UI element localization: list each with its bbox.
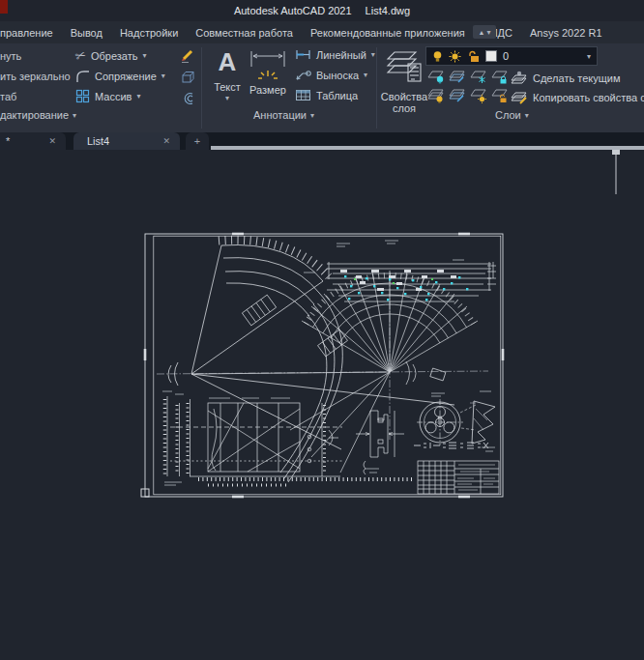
explode-button[interactable] xyxy=(180,70,196,87)
fillet-button[interactable]: Сопряжение ▾ xyxy=(75,69,165,83)
menu-item-nadstroyki[interactable]: Надстройки xyxy=(111,27,187,39)
modify-partial-label-1[interactable]: нуть xyxy=(0,50,21,62)
offset-icon xyxy=(180,91,196,106)
layer-unlock-icon[interactable] xyxy=(491,88,509,103)
layer-properties-button[interactable]: Свойства слоя xyxy=(381,46,427,114)
app-title: Autodesk AutoCAD 2021 xyxy=(234,5,352,16)
menu-item-collab[interactable]: Совместная работа xyxy=(187,27,302,39)
dropdown-arrow-icon: ▾ xyxy=(142,51,146,60)
menu-item-vyvod[interactable]: Вывод xyxy=(62,27,111,39)
layer-isolate-icon[interactable] xyxy=(449,69,466,84)
make-current-icon xyxy=(510,71,528,85)
collapse-icon: ▲ xyxy=(479,29,485,36)
dropdown-arrow-icon: ▾ xyxy=(371,50,375,59)
file-tab-active-label: List4 xyxy=(87,135,109,147)
trim-label: Обрезать xyxy=(91,50,138,62)
scissors-icon: ✂ xyxy=(73,47,88,65)
file-tab-partial[interactable]: * ✕ xyxy=(0,132,66,150)
trim-button[interactable]: ✂ Обрезать ▾ xyxy=(75,48,146,63)
section-detail xyxy=(356,411,404,474)
text-tool-label: Текст xyxy=(209,81,246,93)
array-button[interactable]: Массив ▾ xyxy=(75,89,140,103)
file-tab-partial-label: * xyxy=(6,135,10,147)
dropdown-arrow-icon: ▾ xyxy=(587,52,591,61)
gear-sector-1 xyxy=(168,240,454,482)
wheel-detail xyxy=(417,399,495,445)
dropdown-arrow-icon: ▾ xyxy=(209,94,246,102)
table-label: Таблица xyxy=(316,90,358,101)
annotate-panel-label[interactable]: Аннотации ▾ xyxy=(253,109,314,121)
menubar: правление Вывод Надстройки Совместная ра… xyxy=(0,21,644,43)
dimension-tool-label: Размер xyxy=(246,84,290,96)
formula-text xyxy=(414,443,488,448)
match-properties-icon xyxy=(510,90,528,104)
menu-item-upravlenie[interactable]: правление xyxy=(0,27,62,39)
panel-separator xyxy=(201,47,202,129)
sun-icon xyxy=(449,50,461,63)
unlock-icon xyxy=(467,50,480,63)
dimension-tool-icon xyxy=(248,49,288,82)
dropdown-arrow-icon: ▾ xyxy=(486,28,490,37)
dropdown-arrow-icon: ▾ xyxy=(310,111,314,120)
match-properties-button[interactable]: Копировать свойства сло xyxy=(510,90,644,104)
menu-item-recommended[interactable]: Рекомендованные приложения xyxy=(302,27,474,39)
layer-unisolate-icon[interactable] xyxy=(449,88,466,103)
rack-band xyxy=(327,262,496,301)
text-tool-button[interactable]: A Текст ▾ xyxy=(209,49,246,102)
layer-thaw-icon[interactable] xyxy=(470,88,487,103)
dropdown-arrow-icon: ▾ xyxy=(136,92,140,100)
layer-combo[interactable]: 0 ▾ xyxy=(425,46,598,66)
layer-lock-icon[interactable] xyxy=(491,69,509,84)
leader-label: Выноска xyxy=(316,70,359,81)
leader-icon xyxy=(295,69,311,81)
match-properties-label: Копировать свойства сло xyxy=(533,92,644,103)
close-icon[interactable]: ✕ xyxy=(48,136,56,146)
document-title: List4.dwg xyxy=(366,5,410,16)
layer-properties-label: Свойства слоя xyxy=(377,91,431,114)
cad-drawing xyxy=(0,150,644,660)
linear-dim-button[interactable]: Линейный ▾ xyxy=(295,48,375,61)
layers-panel-label[interactable]: Слои ▾ xyxy=(495,109,529,121)
linear-dim-icon xyxy=(295,48,311,61)
modify-partial-label-3[interactable]: таб xyxy=(0,91,16,102)
make-current-button[interactable]: Сделать текущим xyxy=(510,71,620,85)
collapse-ribbon-button[interactable]: ▲ ▾ xyxy=(473,25,496,39)
ribbon: нуть ить зеркально таб ✂ Обрезать ▾ Сопр… xyxy=(0,43,644,132)
graph xyxy=(165,396,415,485)
offset-button[interactable] xyxy=(180,91,196,108)
array-label: Массив xyxy=(95,91,132,102)
table-button[interactable]: Таблица xyxy=(295,89,358,101)
dropdown-arrow-icon: ▾ xyxy=(73,111,76,120)
fillet-arc-icon xyxy=(75,69,90,83)
color-swatch xyxy=(485,50,497,62)
dropdown-arrow-icon: ▾ xyxy=(364,71,367,79)
layer-freeze-icon[interactable] xyxy=(470,69,487,84)
layer-properties-icon xyxy=(385,46,424,89)
autocad-window: { "titlebar": { "app": "Autodesk AutoCAD… xyxy=(0,0,644,660)
dimension-tool-button[interactable]: Размер xyxy=(246,49,290,96)
dropdown-arrow-icon: ▾ xyxy=(161,72,165,80)
plus-icon: + xyxy=(194,135,200,147)
linear-dim-label: Линейный xyxy=(316,49,366,61)
explode-box-icon xyxy=(180,70,196,85)
file-tab-active[interactable]: List4 ✕ xyxy=(73,132,180,150)
close-icon[interactable]: ✕ xyxy=(162,136,170,146)
erase-button[interactable] xyxy=(180,48,196,66)
menu-item-ansys[interactable]: Ansys 2022 R1 xyxy=(521,27,611,39)
dropdown-arrow-icon: ▾ xyxy=(525,111,529,120)
current-layer-name: 0 xyxy=(503,50,509,62)
array-grid-icon xyxy=(75,89,90,103)
new-tab-button[interactable]: + xyxy=(186,132,209,150)
text-tool-icon: A xyxy=(209,49,246,74)
titlebar: Autodesk AutoCAD 2021 List4.dwg xyxy=(0,0,644,21)
bulb-icon xyxy=(432,50,443,63)
layer-on-icon[interactable] xyxy=(427,88,445,103)
make-current-label: Сделать текущим xyxy=(533,72,620,84)
title-block xyxy=(418,461,499,494)
layer-off-icon[interactable] xyxy=(427,69,445,84)
fillet-label: Сопряжение xyxy=(95,71,157,82)
modify-partial-label-2[interactable]: ить зеркально xyxy=(0,71,71,82)
modify-panel-label[interactable]: дактирование ▾ xyxy=(0,109,76,121)
leader-button[interactable]: Выноска ▾ xyxy=(295,69,367,81)
drawing-canvas[interactable] xyxy=(0,150,644,660)
